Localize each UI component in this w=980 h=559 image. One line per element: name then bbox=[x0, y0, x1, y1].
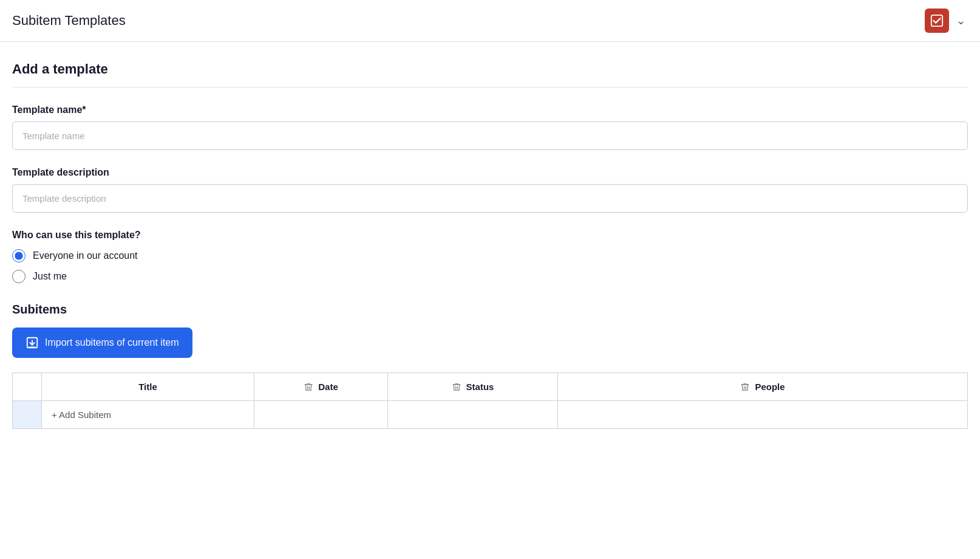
who-can-use-label: Who can use this template? bbox=[12, 230, 968, 241]
template-name-label: Template name* bbox=[12, 105, 968, 115]
page-title: Subitem Templates bbox=[12, 13, 126, 29]
chevron-down-button[interactable]: ⌄ bbox=[954, 12, 968, 30]
row-people-cell bbox=[558, 401, 968, 429]
radio-everyone-label: Everyone in our account bbox=[33, 250, 138, 261]
th-status-label: Status bbox=[466, 382, 494, 392]
template-name-section: Template name* bbox=[12, 105, 968, 150]
template-description-section: Template description bbox=[12, 167, 968, 213]
header: Subitem Templates ⌄ bbox=[0, 0, 980, 42]
trash-status-icon[interactable] bbox=[452, 382, 461, 392]
trash-people-icon[interactable] bbox=[740, 382, 750, 392]
chevron-down-icon: ⌄ bbox=[956, 15, 965, 27]
template-description-input[interactable] bbox=[12, 184, 968, 213]
checkbox-icon bbox=[930, 14, 944, 27]
th-status[interactable]: Status bbox=[388, 373, 558, 401]
radio-group: Everyone in our account Just me bbox=[12, 249, 968, 283]
subitems-title: Subitems bbox=[12, 303, 968, 317]
row-title-cell[interactable]: + Add Subitem bbox=[42, 401, 254, 429]
import-subitems-button[interactable]: Import subitems of current item bbox=[12, 328, 192, 358]
add-template-title: Add a template bbox=[12, 61, 968, 87]
add-subitem-label[interactable]: + Add Subitem bbox=[52, 410, 111, 420]
radio-option-everyone[interactable]: Everyone in our account bbox=[12, 249, 968, 262]
trash-date-icon[interactable] bbox=[304, 382, 313, 392]
content-area: Add a template Template name* Template d… bbox=[0, 42, 980, 559]
radio-justme-label: Just me bbox=[33, 271, 67, 282]
row-checkbox-cell bbox=[13, 401, 42, 429]
subitems-table: Title bbox=[12, 372, 968, 429]
row-status-cell bbox=[388, 401, 558, 429]
radio-option-justme[interactable]: Just me bbox=[12, 270, 968, 283]
page-wrapper: Subitem Templates ⌄ Add a template Templ… bbox=[0, 0, 980, 559]
import-icon bbox=[26, 336, 39, 349]
checkbox-icon-button[interactable] bbox=[925, 9, 949, 33]
table-row: + Add Subitem bbox=[13, 401, 968, 429]
th-date[interactable]: Date bbox=[254, 373, 388, 401]
subitems-section: Subitems Import subitems of current item bbox=[12, 303, 968, 429]
th-people-label: People bbox=[755, 382, 784, 392]
th-title: Title bbox=[42, 373, 254, 401]
th-title-label: Title bbox=[138, 382, 157, 392]
th-people[interactable]: People bbox=[558, 373, 968, 401]
template-name-input[interactable] bbox=[12, 122, 968, 150]
who-can-use-section: Who can use this template? Everyone in o… bbox=[12, 230, 968, 283]
th-date-label: Date bbox=[318, 382, 338, 392]
template-description-label: Template description bbox=[12, 167, 968, 178]
radio-justme[interactable] bbox=[12, 270, 26, 283]
row-date-cell bbox=[254, 401, 388, 429]
table-header-row: Title bbox=[13, 373, 968, 401]
th-checkbox bbox=[13, 373, 42, 401]
import-button-label: Import subitems of current item bbox=[45, 337, 179, 348]
radio-everyone[interactable] bbox=[12, 249, 26, 262]
header-actions: ⌄ bbox=[925, 9, 968, 33]
